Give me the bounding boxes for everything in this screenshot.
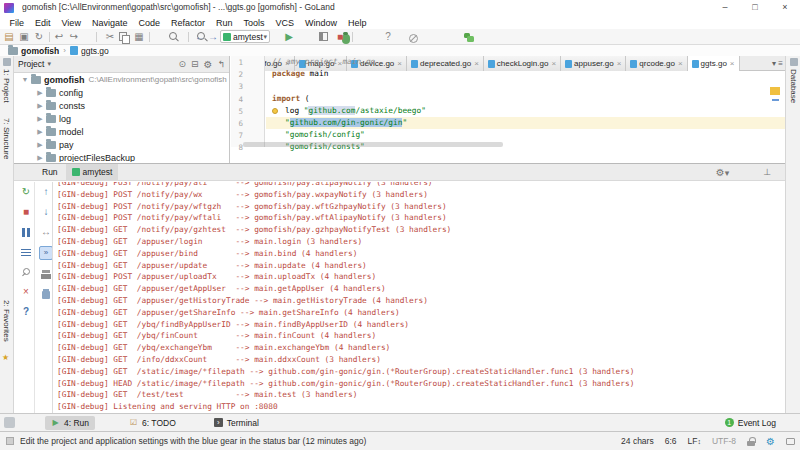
menu-tools[interactable]: Tools	[238, 18, 270, 28]
show-threads-icon[interactable]	[20, 246, 33, 258]
find-icon[interactable]	[168, 31, 179, 42]
console-line: [GIN-debug] POST /notify/pay/wftgzh --> …	[57, 201, 784, 213]
tree-folder-pay[interactable]: ▶pay	[14, 138, 230, 151]
cut-icon[interactable]: ✂	[104, 31, 116, 43]
hide-panel-icon[interactable]: ⊥	[763, 167, 771, 177]
tree-folder-projectFilesBackup[interactable]: ▶projectFilesBackup	[14, 151, 230, 162]
print-icon[interactable]	[40, 268, 53, 280]
run-tab-amytest[interactable]: amytest	[66, 164, 119, 181]
rerun-icon[interactable]: ↻	[20, 186, 33, 198]
down-stack-icon[interactable]: ↓	[40, 206, 53, 218]
pin-icon[interactable]	[20, 266, 33, 278]
copy-icon[interactable]	[119, 32, 129, 43]
tool-button-database[interactable]: Database	[789, 69, 798, 103]
clear-icon[interactable]	[40, 288, 53, 300]
editor-body[interactable]: 12345678 // amy project main.gopackage m…	[231, 71, 785, 162]
encoding[interactable]: UTF-8	[712, 436, 736, 446]
open-icon[interactable]: ▤	[3, 31, 15, 43]
menu-code[interactable]: Code	[133, 18, 166, 28]
locate-icon[interactable]: ⊙	[178, 59, 186, 69]
help-icon[interactable]: ?	[382, 31, 394, 43]
chevron-collapsed-icon[interactable]: ▶	[34, 89, 46, 97]
run-configuration-select[interactable]: amytest ▾	[220, 30, 270, 43]
chevron-collapsed-icon[interactable]: ▶	[34, 141, 46, 149]
scroll-to-end-icon[interactable]: »	[39, 246, 53, 260]
chat-bubbles-icon[interactable]	[464, 33, 474, 43]
mute-breakpoints-icon[interactable]	[409, 34, 418, 43]
console-line: [GIN-debug] Listening and serving HTTP o…	[57, 401, 784, 413]
run-console[interactable]: [GIN-debug] POST /notify/pay/ali --> gom…	[53, 182, 784, 413]
tree-folder-config[interactable]: ▶config	[14, 86, 230, 99]
inspections-icon[interactable]	[786, 438, 795, 445]
up-stack-icon[interactable]: ↑	[40, 186, 53, 198]
pause-icon[interactable]	[20, 226, 33, 238]
chevron-collapsed-icon[interactable]: ▶	[34, 102, 46, 110]
selection-chars: 24 chars	[621, 436, 654, 446]
go-file-icon	[70, 46, 78, 55]
event-log-button[interactable]: 1 Event Log	[725, 418, 776, 428]
menu-run[interactable]: Run	[210, 18, 238, 28]
tool-button-run[interactable]: ▶ 4: Run	[45, 416, 95, 430]
menu-file[interactable]: File	[4, 18, 30, 28]
code-line: import (	[266, 93, 785, 105]
sync-icon[interactable]: ↻	[33, 31, 45, 43]
project-view-select[interactable]: Project	[18, 59, 44, 69]
redo-icon[interactable]: ↪	[68, 31, 80, 43]
tool-button-structure[interactable]: 7: Structure	[2, 118, 11, 159]
tool-button-favorites[interactable]: 2: Favorites	[2, 300, 11, 342]
undo-icon[interactable]: ↩	[53, 31, 65, 43]
breadcrumb-file[interactable]: ggts.go	[81, 46, 109, 56]
help-icon[interactable]: ?	[20, 306, 33, 318]
gear-icon[interactable]: ⚙▾	[716, 167, 730, 178]
chevron-down-icon[interactable]: ▾	[47, 60, 51, 68]
maximize-button[interactable]: □	[742, 0, 768, 16]
coverage-button[interactable]	[319, 32, 328, 41]
tree-folder-log[interactable]: ▶log	[14, 112, 230, 125]
menu-window[interactable]: Window	[300, 18, 343, 28]
soft-wrap-icon[interactable]: ↔	[40, 226, 53, 238]
close-icon[interactable]: ×	[20, 286, 33, 298]
menu-vcs[interactable]: VCS	[270, 18, 300, 28]
paste-icon[interactable]: ▦	[133, 31, 145, 43]
chevron-down-icon: ▾	[263, 33, 267, 41]
chevron-expanded-icon[interactable]: ▼	[19, 76, 31, 83]
chevron-collapsed-icon[interactable]: ▶	[34, 154, 46, 162]
settings-gear-icon[interactable]: ⚙	[766, 436, 775, 447]
run-button[interactable]: ▶	[283, 31, 295, 43]
tool-button-todo[interactable]: ☑ 6: TODO	[123, 416, 182, 430]
tool-window-switcher-icon[interactable]	[4, 417, 15, 428]
console-line: [GIN-debug] GET /info/ddxxCount --> main…	[57, 354, 784, 366]
save-icon[interactable]: ▣	[18, 31, 30, 43]
menu-view[interactable]: View	[56, 18, 86, 28]
gear-icon[interactable]: ⚙	[203, 59, 212, 70]
menu-refactor[interactable]: Refactor	[165, 18, 210, 28]
menu-edit[interactable]: Edit	[30, 18, 57, 28]
horizontal-scrollbar[interactable]	[243, 142, 503, 147]
caret-position[interactable]: 6:6	[665, 436, 677, 446]
close-button[interactable]: ×	[772, 0, 798, 16]
stop-button[interactable]: ■	[334, 31, 346, 43]
line-separator[interactable]: LF↕	[688, 436, 701, 446]
menu-navigate[interactable]: Navigate	[86, 18, 133, 28]
forward-icon[interactable]: →	[207, 31, 219, 43]
run-config-icon	[223, 33, 231, 41]
tree-folder-model[interactable]: ▶model	[14, 125, 230, 138]
readonly-lock-icon[interactable]	[747, 437, 755, 446]
intention-bulb-icon[interactable]	[272, 108, 278, 114]
minimize-button[interactable]: –	[712, 0, 738, 16]
tool-button-project[interactable]: 1: Project	[2, 69, 11, 103]
tool-button-terminal[interactable]: › Terminal	[208, 416, 265, 430]
chevron-collapsed-icon[interactable]: ▶	[34, 128, 46, 136]
chevron-collapsed-icon[interactable]: ▶	[34, 115, 46, 123]
menu-help[interactable]: Help	[343, 18, 373, 28]
console-line: [GIN-debug] POST /notify/pay/ali --> gom…	[57, 182, 784, 189]
status-message[interactable]: Edit the project and application setting…	[20, 436, 366, 446]
breadcrumb-project[interactable]: gomofish	[21, 46, 59, 56]
back-icon[interactable]: ←	[194, 31, 206, 43]
editor: info.go×map.go×device.go×deprecated.go×c…	[231, 56, 785, 163]
stop-icon[interactable]: ■	[20, 206, 33, 218]
collapse-all-icon[interactable]: ⊟	[191, 59, 199, 69]
hide-icon[interactable]: ↰	[217, 59, 225, 69]
tree-folder-consts[interactable]: ▶consts	[14, 99, 230, 112]
tree-root[interactable]: ▼gomofishC:\AllEnvironment\gopath\src\go…	[14, 73, 230, 86]
